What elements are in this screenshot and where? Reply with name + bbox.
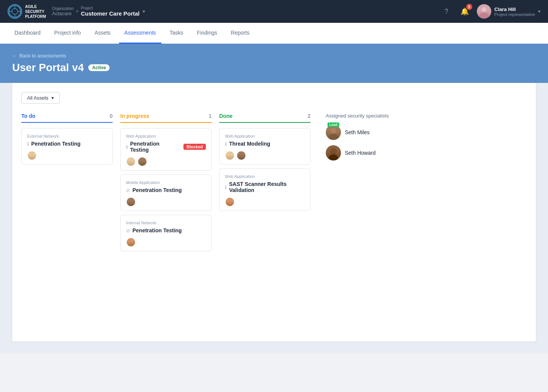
card-title: Threat Modeling (229, 141, 270, 147)
nav-item-assessments[interactable]: Assessments (119, 23, 161, 44)
card-asset-type: External Network (27, 134, 107, 138)
project-name: Customer Care Portal (81, 10, 140, 17)
card-internal-network-pentest[interactable]: Internal Network ⊘ Penetration Testing (120, 215, 212, 251)
svg-point-10 (329, 134, 338, 140)
avatar (126, 237, 136, 247)
card-webapp-pentest-blocked[interactable]: Web Application ℹ Penetration Testing Bl… (120, 128, 212, 171)
card-mobile-pentest[interactable]: Mobile Application ⊘ Penetration Testing (120, 175, 212, 211)
nav-item-project-info[interactable]: Project info (49, 23, 86, 44)
help-icon: ? (444, 8, 448, 16)
card-title: SAST Scanner Results Validation (229, 181, 305, 193)
back-arrow-icon: ← (12, 53, 17, 59)
card-title: Penetration Testing (130, 141, 179, 153)
active-badge: Active (88, 64, 110, 71)
avatar (225, 151, 235, 160)
kanban-board: To do 0 External Network ℹ Penetration T… (21, 113, 527, 255)
card-avatars (225, 197, 305, 207)
logo-text: AGILE SECURITY PLATFORM (25, 4, 46, 19)
specialist-avatar (326, 125, 341, 140)
topnav-right: ? 🔔 5 Clara Hill Project representative … (440, 4, 540, 19)
todo-column-title: To do (21, 113, 35, 119)
assets-filter-chevron-icon: ▾ (51, 95, 54, 101)
card-title-row: ⊘ Penetration Testing (126, 187, 206, 193)
topnav-left: AGILE SECURITY PLATFORM Organization Act… (8, 4, 145, 19)
card-asset-type: Web Application (225, 134, 305, 138)
todo-column-count: 0 (110, 113, 113, 119)
card-asset-type: Web Application (225, 174, 305, 179)
svg-point-1 (12, 8, 18, 14)
nav-item-assets[interactable]: Assets (89, 23, 116, 44)
svg-point-7 (480, 13, 488, 19)
secondary-navigation: Dashboard Project info Assets Assessment… (0, 23, 548, 44)
card-asset-type: Internal Network (126, 221, 206, 225)
info-icon: ℹ (225, 141, 227, 147)
back-to-assessments-link[interactable]: ← Back to assessments (12, 53, 536, 59)
done-column-header: Done 2 (219, 113, 311, 123)
main-content: All Assets ▾ To do 0 External Network ℹ … (12, 83, 536, 341)
card-avatars (27, 151, 107, 160)
help-button[interactable]: ? (440, 5, 452, 17)
svg-point-14 (331, 148, 336, 154)
user-menu-chevron-icon: ▾ (538, 9, 540, 14)
inprogress-column-count: 1 (209, 113, 212, 119)
filter-row: All Assets ▾ (21, 92, 527, 104)
breadcrumb-separator: > (76, 9, 79, 14)
avatar (236, 151, 246, 160)
done-column-title: Done (219, 113, 233, 119)
blocked-badge: Blocked (183, 144, 206, 150)
specialist-row: Seth Howard (326, 145, 527, 160)
inprogress-column-header: In progress 1 (120, 113, 212, 123)
card-asset-type: Web Application (126, 134, 206, 138)
project-dropdown-icon[interactable]: ▾ (143, 9, 145, 14)
assets-filter-button[interactable]: All Assets ▾ (21, 92, 60, 104)
card-external-network-pentest[interactable]: External Network ℹ Penetration Testing (21, 128, 113, 165)
card-avatars (126, 197, 206, 207)
card-title-row: ℹ Threat Modeling (225, 141, 305, 147)
nav-item-tasks[interactable]: Tasks (164, 23, 189, 44)
kanban-column-inprogress: In progress 1 Web Application ℹ Penetrat… (120, 113, 212, 255)
card-title-row: ℹ Penetration Testing (27, 141, 107, 147)
inprogress-column-title: In progress (120, 113, 149, 119)
card-title-row: ⊘ Penetration Testing (126, 227, 206, 233)
nav-item-dashboard[interactable]: Dashboard (9, 23, 46, 44)
card-webapp-sast[interactable]: Web Application ℹ SAST Scanner Results V… (219, 168, 311, 211)
avatar (225, 197, 235, 207)
card-avatars (225, 151, 305, 160)
avatar (126, 157, 136, 167)
user-avatar (477, 4, 491, 19)
breadcrumb: Organization Actacare > Project Customer… (52, 6, 145, 17)
avatar (27, 151, 37, 160)
nav-item-findings[interactable]: Findings (192, 23, 223, 44)
card-title-row: ℹ SAST Scanner Results Validation (225, 181, 305, 193)
user-role: Project representative (494, 12, 535, 17)
info-icon: ℹ (225, 184, 227, 190)
specialists-title: Assigned security specialists (326, 113, 527, 119)
info-icon: ℹ (27, 141, 29, 147)
org-label: Organization (52, 6, 74, 11)
specialist-avatar-wrap (326, 145, 341, 160)
specialist-name: Seth Miles (345, 129, 370, 135)
notification-badge: 5 (466, 4, 472, 10)
lead-badge: Lead (327, 122, 339, 127)
specialist-avatar-wrap: Lead (326, 125, 341, 140)
project-label: Project (81, 6, 140, 10)
kanban-column-done: Done 2 Web Application ℹ Threat Modeling (219, 113, 311, 215)
nav-item-reports[interactable]: Reports (226, 23, 255, 44)
card-webapp-threat-modeling[interactable]: Web Application ℹ Threat Modeling (219, 128, 311, 165)
specialists-panel: Assigned security specialists Lead (318, 113, 527, 166)
card-avatars (126, 237, 206, 247)
card-title-row: ℹ Penetration Testing Blocked (126, 141, 206, 153)
todo-column-header: To do 0 (21, 113, 113, 123)
notifications-wrap: 🔔 5 (459, 5, 471, 17)
svg-point-11 (331, 128, 336, 133)
specialist-avatar (326, 145, 341, 160)
card-title: Penetration Testing (31, 141, 81, 147)
top-navigation: AGILE SECURITY PLATFORM Organization Act… (0, 0, 548, 23)
user-info: Clara Hill Project representative (494, 6, 535, 17)
user-name: Clara Hill (494, 6, 535, 12)
user-menu[interactable]: Clara Hill Project representative ▾ (477, 4, 540, 19)
svg-point-13 (329, 154, 338, 160)
card-asset-type: Mobile Application (126, 180, 206, 185)
card-title: Penetration Testing (132, 187, 182, 193)
org-name: Actacare (52, 11, 74, 16)
